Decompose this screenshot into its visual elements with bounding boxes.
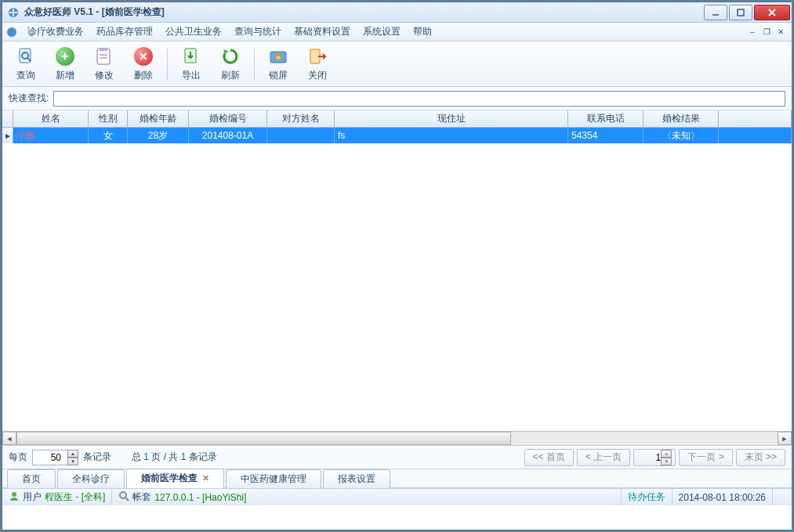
menu-public[interactable]: 公共卫生业务	[159, 23, 228, 41]
menu-settings[interactable]: 基础资料设置	[288, 23, 357, 41]
toolbar-edit-button[interactable]: 修改	[87, 44, 121, 85]
col-gender[interactable]: 性别	[89, 110, 128, 127]
search-input[interactable]	[53, 91, 785, 107]
scroll-thumb[interactable]	[16, 432, 511, 445]
toolbar-query-button[interactable]: 查询	[9, 44, 43, 85]
page-number-input[interactable]	[637, 452, 661, 463]
svg-rect-8	[100, 48, 107, 51]
scroll-track[interactable]	[16, 432, 778, 445]
menubar: 诊疗收费业务 药品库存管理 公共卫生业务 查询与统计 基础资料设置 系统设置 帮…	[2, 23, 792, 42]
toolbar-delete-button[interactable]: ✕ 删除	[126, 44, 161, 85]
prev-page-button[interactable]: < 上一页	[577, 449, 630, 466]
scroll-left-button[interactable]: ◄	[2, 432, 16, 445]
tab-tcm[interactable]: 中医药健康管理	[226, 469, 321, 488]
exit-icon	[306, 45, 328, 67]
search-label: 快速查找:	[9, 92, 49, 105]
row-indicator-header	[2, 110, 13, 127]
cell-name: 小丽	[13, 128, 89, 143]
mdi-restore-button[interactable]: ❐	[760, 27, 773, 38]
svg-point-3	[7, 27, 16, 37]
col-name[interactable]: 姓名	[13, 110, 89, 127]
tab-general[interactable]: 全科诊疗	[57, 469, 125, 488]
status-account: 帐套 127.0.0.1 - [HaoYiShi]	[112, 489, 621, 505]
status-pending[interactable]: 待办任务	[622, 489, 673, 505]
app-icon	[7, 6, 20, 19]
per-page-label: 每页	[9, 451, 27, 464]
grid-header: 姓名 性别 婚检年龄 婚检编号 对方姓名 现住址 联系电话 婚检结果	[2, 110, 792, 128]
col-phone[interactable]: 联系电话	[568, 110, 644, 127]
toolbar-export-button[interactable]: 导出	[174, 44, 208, 85]
user-icon	[9, 490, 20, 504]
toolbar-add-button[interactable]: + 新增	[48, 44, 82, 85]
tab-reports[interactable]: 报表设置	[323, 469, 390, 488]
col-address[interactable]: 现住址	[335, 110, 568, 127]
delete-icon: ✕	[132, 45, 154, 67]
next-page-button[interactable]: 下一页 >	[679, 449, 732, 466]
col-spacer	[719, 110, 792, 127]
spinner-down-icon[interactable]: ▼	[67, 458, 78, 465]
menubar-icon	[5, 26, 18, 38]
status-account-value: 127.0.0.1 - [HaoYiShi]	[154, 492, 246, 503]
menu-query[interactable]: 查询与统计	[228, 23, 288, 41]
last-page-button[interactable]: 末页 >>	[736, 449, 785, 466]
window-controls	[704, 5, 792, 20]
col-partner[interactable]: 对方姓名	[267, 110, 335, 127]
data-grid: 姓名 性别 婚检年龄 婚检编号 对方姓名 现住址 联系电话 婚检结果 ▸ 小丽 …	[2, 110, 792, 446]
lock-icon	[267, 45, 289, 67]
menu-help[interactable]: 帮助	[407, 23, 438, 41]
refresh-icon	[219, 45, 241, 67]
mdi-close-button[interactable]: ✕	[774, 27, 787, 38]
pager-nav: << 首页 < 上一页 ▲▼ 下一页 > 末页 >>	[524, 449, 785, 466]
status-grip	[773, 489, 792, 505]
search-icon	[15, 45, 37, 67]
records-label: 条记录	[83, 451, 111, 464]
minimize-button[interactable]	[704, 5, 727, 20]
toolbar-close-button[interactable]: 关闭	[300, 44, 335, 85]
page-spinner-up-icon[interactable]: ▲	[661, 450, 672, 458]
col-result[interactable]: 婚检结果	[644, 110, 719, 127]
page-number-input-wrap: ▲▼	[633, 449, 676, 466]
scroll-right-button[interactable]: ►	[778, 432, 792, 445]
tab-home[interactable]: 首页	[7, 469, 56, 488]
cell-code: 201408-01A	[189, 128, 267, 143]
status-datetime: 2014-08-01 18:00:26	[673, 489, 773, 505]
svg-point-16	[120, 492, 126, 498]
close-button[interactable]	[754, 5, 790, 20]
tab-premarital[interactable]: 婚前医学检查✕	[126, 469, 224, 488]
status-user: 用户 程医生 - [全科]	[2, 489, 112, 505]
toolbar-lock-button[interactable]: 锁屏	[261, 44, 295, 85]
menu-inventory[interactable]: 药品库存管理	[90, 23, 159, 41]
svg-rect-13	[276, 56, 281, 60]
spinner-up-icon[interactable]: ▲	[67, 450, 78, 458]
account-icon	[118, 490, 129, 504]
table-row[interactable]: ▸ 小丽 女 28岁 201408-01A fs 54354 〈未知〉	[2, 128, 792, 143]
mdi-minimize-button[interactable]: –	[746, 27, 759, 38]
cell-address: fs	[335, 128, 568, 143]
bottom-tabs: 首页 全科诊疗 婚前医学检查✕ 中医药健康管理 报表设置	[2, 469, 792, 488]
toolbar-refresh-button[interactable]: 刷新	[213, 44, 248, 85]
menu-system[interactable]: 系统设置	[357, 23, 407, 41]
per-page-spinner[interactable]: ▲▼	[67, 450, 78, 465]
menu-billing[interactable]: 诊疗收费业务	[21, 23, 90, 41]
svg-line-17	[125, 498, 129, 501]
app-window: 众意好医师 V5.1 - [婚前医学检查] 诊疗收费业务 药品库存管理 公共卫生…	[2, 2, 792, 530]
cell-gender: 女	[89, 128, 128, 143]
col-code[interactable]: 婚检编号	[189, 110, 267, 127]
tab-close-icon[interactable]: ✕	[202, 473, 209, 483]
status-user-value: 程医生 - [全科]	[45, 490, 105, 504]
maximize-button[interactable]	[729, 5, 752, 20]
search-row: 快速查找:	[2, 87, 792, 110]
cell-age: 28岁	[128, 128, 189, 143]
col-age[interactable]: 婚检年龄	[128, 110, 189, 127]
page-spinner-down-icon[interactable]: ▼	[661, 458, 672, 465]
grid-empty-area	[2, 143, 792, 430]
toolbar: 查询 + 新增 修改 ✕ 删除 导出 刷新 锁屏 关闭	[2, 42, 792, 87]
svg-point-15	[12, 492, 16, 497]
add-icon: +	[54, 45, 76, 67]
first-page-button[interactable]: << 首页	[524, 449, 574, 466]
cell-result: 〈未知〉	[644, 128, 719, 143]
window-title: 众意好医师 V5.1 - [婚前医学检查]	[24, 5, 165, 19]
pagination-bar: 每页 ▲▼ 条记录 总 1 页 / 共 1 条记录 << 首页 < 上一页 ▲▼…	[2, 446, 792, 469]
horizontal-scrollbar[interactable]: ◄ ►	[2, 431, 792, 445]
svg-rect-2	[738, 9, 744, 16]
